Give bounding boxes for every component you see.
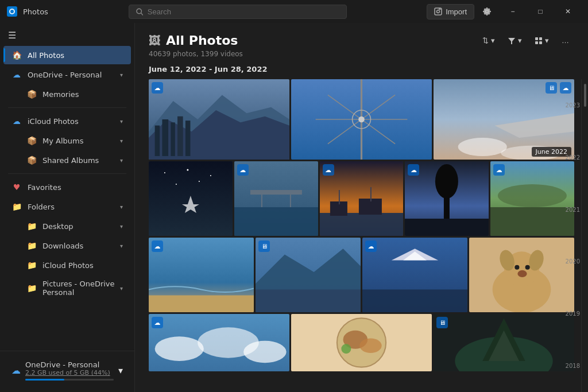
- desktop-icon: 📁: [26, 221, 37, 231]
- pictures-onedrive-chevron: ▾: [120, 285, 123, 292]
- sidebar-item-memories[interactable]: 📦 Memories: [3, 85, 131, 103]
- window-controls: − □ ✕: [500, 2, 581, 21]
- content-subtitle: 40639 photos, 1399 videos: [149, 50, 574, 58]
- svg-point-76: [155, 336, 204, 361]
- sort-button[interactable]: ⇅ ▾: [477, 33, 500, 48]
- sidebar-item-pictures-onedrive[interactable]: 📁 Pictures - OneDrive Personal ▾: [3, 275, 131, 301]
- photo-item[interactable]: [469, 238, 574, 312]
- svg-rect-10: [535, 37, 538, 40]
- svg-rect-13: [539, 41, 542, 44]
- svg-rect-66: [362, 289, 467, 312]
- content-title: 🖼 All Photos: [149, 33, 238, 48]
- sidebar-item-all-photos[interactable]: 🏠 All Photos: [3, 46, 131, 64]
- search-input[interactable]: [148, 7, 339, 16]
- photo-item[interactable]: [291, 314, 432, 371]
- svg-rect-62: [256, 289, 361, 312]
- search-bar[interactable]: [129, 5, 347, 19]
- photo-item[interactable]: ☁: [320, 161, 404, 236]
- svg-point-83: [341, 344, 351, 354]
- sidebar-item-icloud-folder[interactable]: 📁 iCloud Photos: [3, 256, 131, 274]
- content-area: 🖼 All Photos ⇅ ▾ ▾: [135, 23, 588, 392]
- icloud-chevron-icon: ▾: [120, 118, 123, 125]
- title-bar-right: Import − □ ✕: [427, 2, 581, 21]
- svg-line-4: [141, 13, 143, 15]
- minimize-button[interactable]: −: [500, 2, 526, 21]
- sidebar-item-desktop[interactable]: 📁 Desktop ▾: [3, 217, 131, 235]
- storage-detail[interactable]: 2.2 GB used of 5 GB (44%): [25, 369, 110, 377]
- photo-scroll[interactable]: ☁: [135, 79, 588, 392]
- more-button[interactable]: …: [556, 33, 574, 48]
- hamburger-button[interactable]: ☰: [0, 25, 134, 45]
- active-indicator: [3, 48, 5, 62]
- year-label-2021[interactable]: 2021: [566, 207, 580, 213]
- favorites-icon: ♥: [11, 182, 22, 192]
- date-range: June 12, 2022 - Jun 28, 2022: [149, 65, 574, 73]
- photo-item[interactable]: ☁: [149, 79, 289, 160]
- title-bar: Photos Import −: [0, 0, 588, 23]
- sidebar-item-shared-albums[interactable]: 📦 Shared Albums ▾: [3, 151, 131, 169]
- sort-chevron: ▾: [491, 36, 495, 45]
- photo-badge-monitor: 🖥: [258, 240, 270, 252]
- footer-service-name: OneDrive - Personal: [25, 360, 114, 369]
- svg-rect-46: [320, 213, 404, 236]
- svg-rect-50: [370, 187, 371, 201]
- sidebar-item-icloud[interactable]: ☁ iCloud Photos ▾: [3, 112, 131, 130]
- svg-point-82: [359, 339, 381, 354]
- year-label-2023[interactable]: 2023: [566, 102, 580, 108]
- storage-bar-fill: [25, 379, 64, 381]
- svg-point-6: [437, 10, 440, 13]
- photo-badge-cloud: ☁: [237, 164, 249, 176]
- sidebar-item-onedrive[interactable]: ☁ OneDrive - Personal ▾: [3, 65, 131, 84]
- import-button[interactable]: Import: [427, 4, 474, 20]
- timeline-thumb: [584, 84, 586, 107]
- content-header: 🖼 All Photos ⇅ ▾ ▾: [135, 23, 588, 79]
- timeline-scrollbar[interactable]: [581, 79, 588, 392]
- svg-rect-54: [405, 219, 489, 236]
- svg-point-73: [525, 265, 530, 270]
- photo-item[interactable]: 🖥: [434, 314, 574, 371]
- photo-item[interactable]: 🖥 ☁ June 2022: [434, 79, 574, 160]
- svg-point-28: [358, 117, 365, 123]
- photo-badge-cloud: ☁: [152, 82, 163, 94]
- photo-badge-cloud-2: ☁: [560, 82, 571, 94]
- filter-button[interactable]: ▾: [502, 33, 527, 48]
- year-label-2018[interactable]: 2018: [566, 363, 580, 369]
- downloads-icon: 📁: [26, 240, 37, 251]
- sidebar-item-favorites[interactable]: ♥ Favorites: [3, 178, 131, 196]
- maximize-button[interactable]: □: [527, 2, 554, 21]
- settings-button[interactable]: [478, 3, 496, 20]
- onedrive-footer-item[interactable]: ☁ OneDrive - Personal 2.2 GB used of 5 G…: [8, 357, 126, 384]
- icloud-folder-icon: 📁: [26, 260, 37, 270]
- photo-item[interactable]: ☁: [405, 161, 489, 236]
- year-label-2019[interactable]: 2019: [566, 311, 580, 317]
- year-label-2020[interactable]: 2020: [566, 258, 580, 265]
- photo-item[interactable]: ☁: [149, 314, 289, 371]
- svg-rect-12: [535, 41, 538, 44]
- svg-point-38: [199, 181, 200, 182]
- svg-rect-20: [177, 117, 183, 156]
- view-button[interactable]: ▾: [529, 33, 554, 48]
- photo-item[interactable]: [149, 161, 233, 236]
- shared-albums-icon: 📦: [26, 155, 37, 165]
- photo-row-1: ☁: [149, 79, 574, 160]
- photo-item[interactable]: ☁: [234, 161, 318, 236]
- sidebar-item-folders[interactable]: 📁 Folders ▾: [3, 197, 131, 216]
- photo-item[interactable]: [291, 79, 432, 160]
- sidebar-item-downloads[interactable]: 📁 Downloads ▾: [3, 236, 131, 255]
- photo-item[interactable]: ☁: [149, 238, 254, 312]
- year-label-2022[interactable]: 2022: [566, 154, 580, 161]
- photo-item[interactable]: ☁: [362, 238, 467, 312]
- svg-rect-21: [185, 121, 191, 156]
- sidebar-label-my-albums: My Albums: [42, 137, 120, 145]
- shared-albums-chevron: ▾: [120, 157, 123, 164]
- footer-storage-text: 2.2 GB used of 5 GB (44%): [25, 369, 114, 377]
- svg-point-78: [243, 341, 287, 363]
- sidebar-item-my-albums[interactable]: 📦 My Albums ▾: [3, 131, 131, 150]
- sidebar-label-desktop: Desktop: [42, 222, 120, 231]
- sidebar-label-icloud-folder: iCloud Photos: [42, 261, 123, 270]
- photo-item[interactable]: ☁: [490, 161, 574, 236]
- photo-item[interactable]: 🖥: [256, 238, 361, 312]
- sidebar-footer: ☁ OneDrive - Personal 2.2 GB used of 5 G…: [0, 351, 134, 390]
- close-button[interactable]: ✕: [555, 2, 581, 21]
- folders-icon: 📁: [11, 201, 22, 212]
